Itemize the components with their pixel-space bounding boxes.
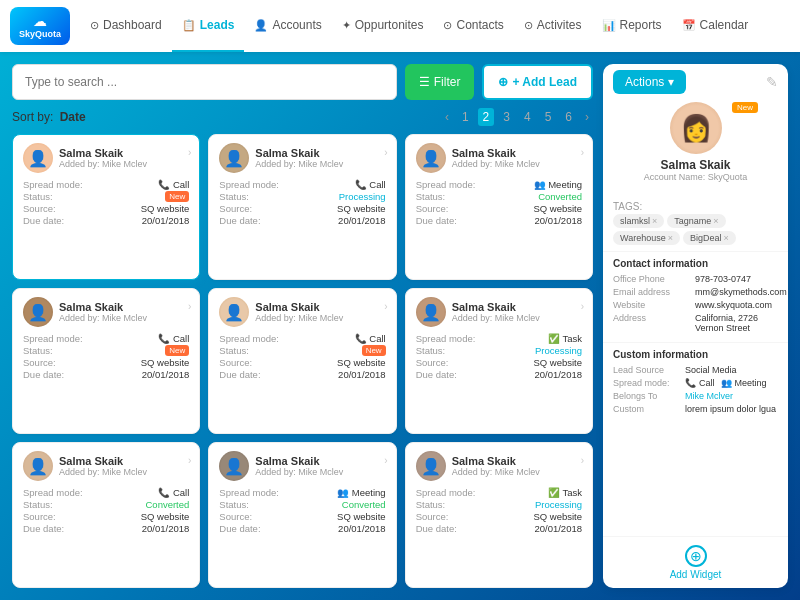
status-label-4: Status: <box>219 345 279 356</box>
edit-icon[interactable]: ✎ <box>766 74 778 90</box>
app-container: ☁ SkyQuota ⊙ Dashboard 📋 Leads 👤 Account… <box>0 0 800 600</box>
source-value-0: SQ website <box>89 203 190 214</box>
custom-lead-source-row: Lead Source Social Media <box>613 365 778 375</box>
tag-close-bigdeal[interactable]: × <box>724 233 729 243</box>
card-name-1: Salma Skaik <box>255 147 385 159</box>
custom-custom-row: Custom lorem ipsum dolor lgua <box>613 404 778 414</box>
pagination: ‹ 1 2 3 4 5 6 › <box>441 108 593 126</box>
address-label: Address <box>613 313 693 333</box>
nav-item-contacts[interactable]: ⊙ Contacts <box>433 0 513 52</box>
custom-belongs-row: Belongs To Mike Mclver <box>613 391 778 401</box>
tags-label: TAGS: <box>613 201 642 212</box>
page-2[interactable]: 2 <box>478 108 495 126</box>
lead-card-8[interactable]: 👤 Salma Skaik Added by: Mike Mclev › Spr… <box>405 442 593 588</box>
nav-item-accounts[interactable]: 👤 Accounts <box>244 0 331 52</box>
contact-website-row: Website www.skyquota.com <box>613 300 778 310</box>
nav-item-reports[interactable]: 📊 Reports <box>592 0 672 52</box>
nav-label-calendar: Calendar <box>700 18 749 32</box>
tag-bigdeal: BigDeal × <box>683 231 736 245</box>
status-value-0: New <box>89 191 190 202</box>
source-value-5: SQ website <box>481 357 582 368</box>
source-value-8: SQ website <box>481 511 582 522</box>
office-phone-label: Office Phone <box>613 274 693 284</box>
add-widget-section: ⊕ Add Widget <box>603 536 788 588</box>
card-avatar-3: 👤 <box>23 297 53 327</box>
add-lead-button[interactable]: ⊕ + Add Lead <box>482 64 593 100</box>
left-panel: ☰ Filter ⊕ + Add Lead Sort by: Date ‹ 1 … <box>12 64 593 588</box>
search-input[interactable] <box>12 64 397 100</box>
page-5[interactable]: 5 <box>540 108 557 126</box>
lead-card-2[interactable]: 👤 Salma Skaik Added by: Mike Mclev › Spr… <box>405 134 593 280</box>
status-value-2: Converted <box>481 191 582 202</box>
spread-value-3: 📞 Call <box>89 333 190 344</box>
lead-card-6[interactable]: 👤 Salma Skaik Added by: Mike Mclev › Spr… <box>12 442 200 588</box>
source-value-2: SQ website <box>481 203 582 214</box>
page-4[interactable]: 4 <box>519 108 536 126</box>
status-label-6: Status: <box>23 499 83 510</box>
page-3[interactable]: 3 <box>498 108 515 126</box>
filter-button[interactable]: ☰ Filter <box>405 64 475 100</box>
due-value-3: 20/01/2018 <box>89 369 190 380</box>
pagination-prev[interactable]: ‹ <box>441 108 453 126</box>
spread-value-4: 📞 Call <box>285 333 386 344</box>
pagination-next[interactable]: › <box>581 108 593 126</box>
add-lead-label: + Add Lead <box>512 75 577 89</box>
contact-office-row: Office Phone 978-703-0747 <box>613 274 778 284</box>
lead-card-7[interactable]: 👤 Salma Skaik Added by: Mike Mclev › Spr… <box>208 442 396 588</box>
page-6[interactable]: 6 <box>560 108 577 126</box>
lead-card-0[interactable]: 👤 Salma Skaik Added by: Mike Mclev › Spr… <box>12 134 200 280</box>
activities-icon: ⊙ <box>524 19 533 32</box>
profile-account: Account Name: SkyQuota <box>644 172 748 182</box>
due-value-0: 20/01/2018 <box>89 215 190 226</box>
sort-text: Sort by: Date <box>12 110 86 124</box>
actions-row: Actions ▾ ✎ <box>603 64 788 94</box>
website-value: www.skyquota.com <box>695 300 778 310</box>
card-chevron-6: › <box>188 455 191 466</box>
actions-button[interactable]: Actions ▾ <box>613 70 686 94</box>
tag-close-warehouse[interactable]: × <box>668 233 673 243</box>
spread-label-8: Spread mode: <box>416 487 476 498</box>
status-value-5: Processing <box>481 345 582 356</box>
lead-card-3[interactable]: 👤 Salma Skaik Added by: Mike Mclev › Spr… <box>12 288 200 434</box>
nav-item-opportunities[interactable]: ✦ Oppurtonites <box>332 0 434 52</box>
source-value-4: SQ website <box>285 357 386 368</box>
lead-card-1[interactable]: 👤 Salma Skaik Added by: Mike Mclev › Spr… <box>208 134 396 280</box>
card-name-2: Salma Skaik <box>452 147 582 159</box>
avatar-face: 👩 <box>680 113 712 144</box>
due-label-0: Due date: <box>23 215 83 226</box>
lead-card-4[interactable]: 👤 Salma Skaik Added by: Mike Mclev › Spr… <box>208 288 396 434</box>
card-chevron-4: › <box>384 301 387 312</box>
lead-card-5[interactable]: 👤 Salma Skaik Added by: Mike Mclev › Spr… <box>405 288 593 434</box>
tag-close-tagname[interactable]: × <box>713 216 718 226</box>
card-added-4: Added by: Mike Mclev <box>255 313 385 323</box>
source-value-3: SQ website <box>89 357 190 368</box>
nav-item-leads[interactable]: 📋 Leads <box>172 0 245 52</box>
office-phone-value: 978-703-0747 <box>695 274 778 284</box>
due-value-6: 20/01/2018 <box>89 523 190 534</box>
custom-field-value: lorem ipsum dolor lgua <box>685 404 778 414</box>
sort-label: Sort by: <box>12 110 53 124</box>
add-widget-icon[interactable]: ⊕ <box>685 545 707 567</box>
status-value-3: New <box>89 345 190 356</box>
card-avatar-5: 👤 <box>416 297 446 327</box>
profile-badge: New <box>732 102 758 113</box>
page-1[interactable]: 1 <box>457 108 474 126</box>
spread-label-5: Spread mode: <box>416 333 476 344</box>
card-name-5: Salma Skaik <box>452 301 582 313</box>
nav-item-activities[interactable]: ⊙ Activites <box>514 0 592 52</box>
spread-value-7: 👥 Meeting <box>285 487 386 498</box>
belongs-value[interactable]: Mike Mclver <box>685 391 778 401</box>
contact-section: Contact information Office Phone 978-703… <box>603 251 788 342</box>
nav-item-calendar[interactable]: 📅 Calendar <box>672 0 759 52</box>
card-name-8: Salma Skaik <box>452 455 582 467</box>
website-label: Website <box>613 300 693 310</box>
tag-close-slamksl[interactable]: × <box>652 216 657 226</box>
spread-label-1: Spread mode: <box>219 179 279 190</box>
card-chevron-2: › <box>581 147 584 158</box>
status-value-4: New <box>285 345 386 356</box>
nav-items: ⊙ Dashboard 📋 Leads 👤 Accounts ✦ Oppurto… <box>80 0 790 52</box>
add-widget-label[interactable]: Add Widget <box>670 569 722 580</box>
nav-item-dashboard[interactable]: ⊙ Dashboard <box>80 0 172 52</box>
card-added-0: Added by: Mike Mclev <box>59 159 189 169</box>
source-value-7: SQ website <box>285 511 386 522</box>
